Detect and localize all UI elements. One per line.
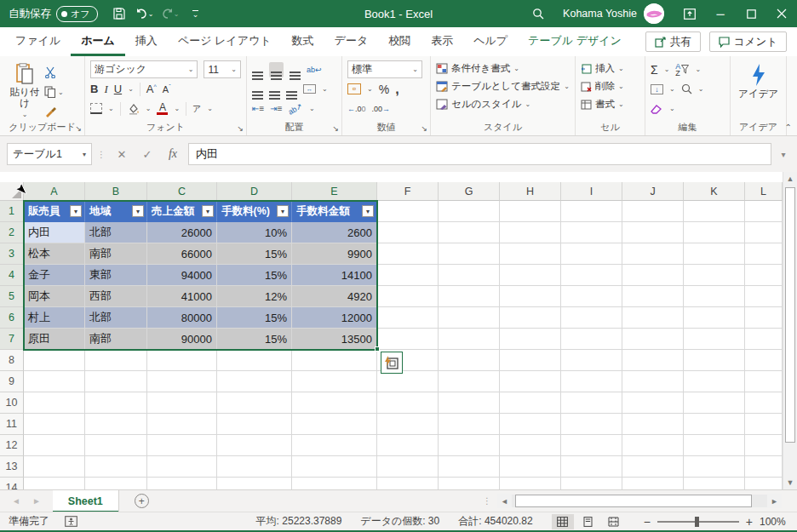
- cell-I13[interactable]: [561, 456, 622, 478]
- cell-L11[interactable]: [745, 414, 783, 435]
- row-header-4[interactable]: 4: [0, 265, 24, 286]
- cell-L13[interactable]: [745, 456, 783, 478]
- filter-button-C[interactable]: ▾: [202, 205, 214, 217]
- cell-D3[interactable]: 15%: [217, 243, 292, 265]
- cut-button[interactable]: [44, 63, 64, 82]
- row-header-9[interactable]: 9: [0, 371, 24, 392]
- cell-E7[interactable]: 13500: [292, 329, 377, 350]
- align-right-button[interactable]: [286, 84, 297, 94]
- decrease-decimal-button[interactable]: .00→: [372, 105, 391, 113]
- ribbon-tab-データ[interactable]: データ: [324, 27, 379, 56]
- next-sheet-button[interactable]: ►: [32, 496, 41, 506]
- clear-button[interactable]: [651, 104, 663, 114]
- row-header-6[interactable]: 6: [0, 307, 24, 329]
- middle-align-button[interactable]: [269, 62, 284, 77]
- cell-J7[interactable]: [622, 329, 684, 350]
- ribbon-tab-ファイル[interactable]: ファイル: [5, 27, 71, 56]
- cell-H9[interactable]: [500, 371, 561, 392]
- column-header-F[interactable]: F: [377, 182, 439, 201]
- cell-C11[interactable]: [147, 414, 217, 435]
- cell-J3[interactable]: [622, 243, 684, 265]
- cell-L12[interactable]: [745, 435, 783, 456]
- new-sheet-button[interactable]: +: [135, 494, 149, 508]
- zoom-out-button[interactable]: −: [644, 515, 651, 529]
- cell-D6[interactable]: 15%: [217, 307, 292, 329]
- cell-D5[interactable]: 12%: [217, 286, 292, 307]
- column-header-H[interactable]: H: [500, 182, 561, 201]
- orientation-button[interactable]: ab↗: [287, 101, 304, 116]
- filter-button-E[interactable]: ▾: [362, 205, 374, 217]
- cell-F12[interactable]: [377, 435, 439, 456]
- fill-color-menu[interactable]: ⌄: [146, 105, 152, 112]
- filter-button-D[interactable]: ▾: [277, 205, 289, 217]
- cell-H10[interactable]: [500, 392, 561, 414]
- save-button[interactable]: [108, 3, 130, 25]
- cell-H6[interactable]: [500, 307, 561, 329]
- zoom-slider-thumb[interactable]: [695, 517, 699, 527]
- cell-G9[interactable]: [439, 371, 500, 392]
- cell-K11[interactable]: [684, 414, 745, 435]
- cell-F3[interactable]: [377, 243, 439, 265]
- cell-C1[interactable]: 売上金額▾: [147, 201, 217, 222]
- horizontal-scroll-thumb[interactable]: [515, 495, 752, 507]
- cell-G14[interactable]: [439, 478, 500, 489]
- cell-H3[interactable]: [500, 243, 561, 265]
- ribbon-tab-ヘルプ[interactable]: ヘルプ: [463, 27, 518, 56]
- cell-G1[interactable]: [439, 201, 500, 222]
- cell-F2[interactable]: [377, 222, 439, 243]
- decrease-font-button[interactable]: Aˇ: [163, 83, 171, 94]
- cell-B14[interactable]: [85, 478, 147, 489]
- font-name-select[interactable]: 游ゴシック⌄: [90, 60, 198, 78]
- cell-I4[interactable]: [561, 265, 622, 286]
- row-header-7[interactable]: 7: [0, 329, 24, 350]
- account-button[interactable]: Kohama Yoshie: [553, 3, 674, 24]
- cell-K9[interactable]: [684, 371, 745, 392]
- row-header-11[interactable]: 11: [0, 414, 24, 435]
- cell-K5[interactable]: [684, 286, 745, 307]
- cell-L6[interactable]: [745, 307, 783, 329]
- cell-J5[interactable]: [622, 286, 684, 307]
- column-header-A[interactable]: A: [24, 182, 85, 201]
- cell-G12[interactable]: [439, 435, 500, 456]
- decrease-indent-button[interactable]: ⇤≡: [252, 104, 264, 113]
- copy-button[interactable]: ⌄: [44, 83, 64, 101]
- number-dialog-launcher[interactable]: ↘: [421, 125, 427, 133]
- selection-fill-handle[interactable]: [375, 346, 380, 352]
- cell-K7[interactable]: [684, 329, 745, 350]
- prev-sheet-button[interactable]: ◄: [12, 496, 20, 506]
- fill-menu[interactable]: ⌄: [669, 85, 675, 93]
- paste-button[interactable]: 貼り付け ⌄: [5, 60, 44, 119]
- cell-I3[interactable]: [561, 243, 622, 265]
- cell-I9[interactable]: [561, 371, 622, 392]
- cell-J6[interactable]: [622, 307, 684, 329]
- cell-D10[interactable]: [217, 392, 292, 414]
- cell-A14[interactable]: [24, 478, 85, 489]
- cell-K6[interactable]: [684, 307, 745, 329]
- cell-F9[interactable]: [377, 371, 439, 392]
- cell-G4[interactable]: [439, 265, 500, 286]
- cell-H2[interactable]: [500, 222, 561, 243]
- cell-K4[interactable]: [684, 265, 745, 286]
- comment-button[interactable]: コメント: [709, 31, 787, 52]
- cell-B2[interactable]: 北部: [85, 222, 147, 243]
- cell-K1[interactable]: [684, 201, 745, 222]
- cell-C8[interactable]: [147, 350, 217, 371]
- cell-A7[interactable]: 原田: [24, 329, 85, 350]
- cell-C7[interactable]: 90000: [147, 329, 217, 350]
- cell-F11[interactable]: [377, 414, 439, 435]
- cell-B9[interactable]: [85, 371, 147, 392]
- cell-D11[interactable]: [217, 414, 292, 435]
- format-cells-button[interactable]: 書式⌄: [581, 95, 639, 113]
- ribbon-tab-ホーム[interactable]: ホーム: [71, 27, 125, 56]
- cell-D9[interactable]: [217, 371, 292, 392]
- cell-E13[interactable]: [292, 456, 377, 478]
- filter-button-A[interactable]: ▾: [70, 205, 82, 217]
- ribbon-tab-挿入[interactable]: 挿入: [125, 27, 168, 56]
- cell-I11[interactable]: [561, 414, 622, 435]
- cell-A6[interactable]: 村上: [24, 307, 85, 329]
- cell-E4[interactable]: 14100: [292, 265, 377, 286]
- cell-K8[interactable]: [684, 350, 745, 371]
- horizontal-scrollbar[interactable]: [512, 495, 767, 507]
- cell-J14[interactable]: [622, 478, 684, 489]
- clear-menu[interactable]: ⌄: [669, 105, 675, 112]
